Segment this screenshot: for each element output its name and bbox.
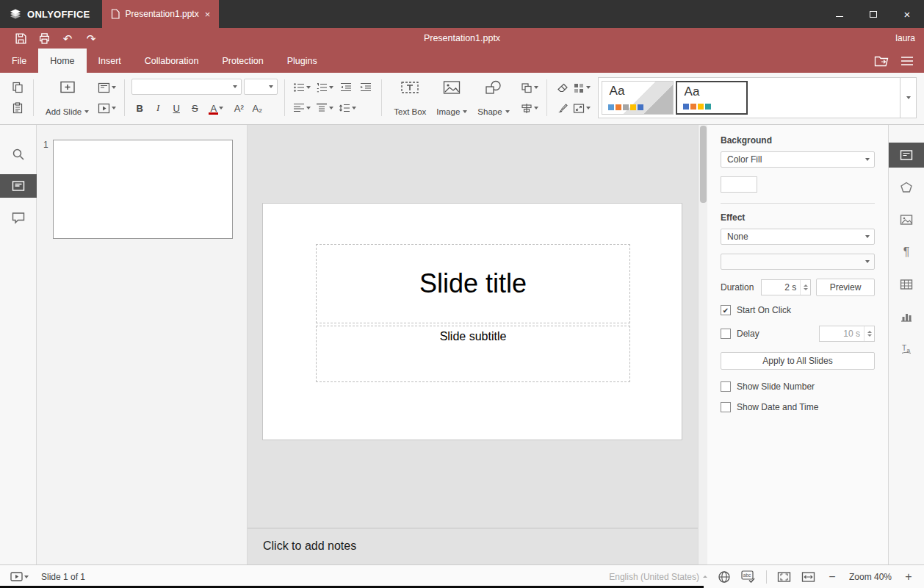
chevron-down-icon — [112, 107, 116, 110]
tab-protection[interactable]: Protection — [210, 49, 275, 73]
scrollbar-thumb[interactable] — [700, 126, 707, 203]
superscript-button[interactable]: A² — [231, 99, 247, 117]
effect-type-select[interactable]: None — [721, 229, 875, 245]
show-date-time-checkbox[interactable] — [721, 402, 731, 412]
delay-checkbox[interactable] — [721, 329, 731, 339]
font-name-combobox[interactable] — [131, 79, 242, 95]
close-button[interactable] — [890, 0, 924, 28]
save-button[interactable] — [9, 29, 32, 47]
align-shape-button[interactable] — [519, 99, 540, 117]
tab-insert[interactable]: Insert — [87, 49, 133, 73]
show-slide-number-checkbox[interactable] — [721, 381, 731, 392]
maximize-button[interactable] — [856, 0, 890, 28]
table-settings-button[interactable] — [889, 272, 924, 297]
zoom-level[interactable]: Zoom 40% — [849, 572, 892, 582]
tab-file[interactable]: File — [0, 49, 38, 73]
text-art-settings-button[interactable]: Ta — [889, 337, 924, 362]
start-slideshow-statusbar-button[interactable] — [9, 568, 30, 586]
bullets-button[interactable] — [292, 79, 312, 96]
slide-settings-button[interactable] — [889, 143, 924, 168]
strikeout-button[interactable]: S — [187, 99, 203, 117]
horizontal-align-button[interactable] — [292, 99, 312, 117]
tab-plugins[interactable]: Plugins — [275, 49, 329, 73]
color-scheme-button[interactable] — [571, 79, 592, 96]
minimize-button[interactable] — [823, 0, 856, 28]
tab-home[interactable]: Home — [38, 49, 86, 73]
theme-gallery-expand-button[interactable] — [900, 77, 917, 118]
notes-divider[interactable] — [248, 528, 698, 528]
title-placeholder[interactable]: Slide title — [316, 244, 630, 323]
background-color-swatch[interactable] — [721, 176, 757, 193]
fit-width-button[interactable] — [801, 571, 815, 583]
open-file-location-button[interactable] — [874, 55, 889, 67]
theme-option-2-selected[interactable]: Aa — [676, 81, 748, 115]
arrange-shape-button[interactable] — [519, 79, 540, 96]
redo-button[interactable] — [79, 29, 103, 47]
font-size-dropdown[interactable] — [265, 79, 277, 94]
slide-thumbnail-1[interactable] — [53, 140, 233, 239]
tab-collaboration[interactable]: Collaboration — [133, 49, 211, 73]
vertical-align-button[interactable] — [314, 99, 335, 117]
copy-style-button[interactable] — [554, 99, 571, 117]
notes-placeholder[interactable]: Click to add notes — [263, 539, 356, 553]
clear-style-button[interactable] — [554, 79, 571, 96]
chart-settings-button[interactable] — [889, 304, 924, 329]
duration-spinner[interactable]: 2 s — [761, 279, 811, 295]
document-language-button[interactable] — [718, 570, 731, 584]
slide-surface[interactable]: Slide title Slide subtitle — [263, 204, 682, 440]
document-tab[interactable]: Presentation1.pptx — [102, 0, 220, 28]
subscript-button[interactable]: A₂ — [249, 99, 265, 117]
underline-button[interactable]: U — [168, 99, 184, 117]
fit-slide-button[interactable] — [777, 571, 791, 583]
decrease-indent-button[interactable] — [337, 79, 355, 96]
numbering-button[interactable] — [314, 79, 335, 96]
increase-indent-button[interactable] — [357, 79, 375, 96]
bold-button[interactable]: B — [131, 99, 148, 117]
canvas-scrollbar[interactable] — [698, 125, 707, 564]
start-slideshow-button[interactable] — [96, 99, 118, 117]
slide-size-button[interactable] — [571, 99, 592, 117]
shape-button[interactable]: Shape — [472, 77, 514, 118]
language-selector[interactable]: English (United States) — [609, 572, 707, 582]
hamburger-menu-button[interactable] — [900, 56, 914, 66]
italic-button[interactable]: I — [150, 99, 166, 117]
change-layout-button[interactable] — [96, 79, 118, 96]
tab-close-icon[interactable] — [205, 9, 211, 20]
zoom-out-button[interactable] — [826, 570, 839, 584]
font-color-button[interactable]: A — [205, 99, 228, 117]
copy-button[interactable] — [9, 79, 26, 96]
chevron-down-icon — [906, 96, 911, 99]
undo-icon — [63, 33, 73, 44]
spinner-arrows[interactable] — [864, 326, 874, 341]
preview-button[interactable]: Preview — [816, 279, 875, 296]
undo-button[interactable] — [56, 29, 79, 47]
shape-settings-button[interactable] — [889, 175, 924, 200]
paste-button[interactable] — [9, 99, 26, 117]
add-slide-button[interactable]: Add Slide — [40, 77, 94, 118]
text-box-button[interactable]: Text Box — [389, 77, 431, 118]
zoom-in-button[interactable] — [902, 570, 915, 584]
effect-option-select[interactable] — [721, 254, 875, 270]
palette-swatch — [638, 104, 643, 110]
search-panel-button[interactable] — [0, 143, 37, 166]
image-settings-button[interactable] — [889, 207, 924, 232]
image-button[interactable]: Image — [431, 77, 472, 118]
user-name[interactable]: laura — [895, 33, 915, 43]
delay-spinner[interactable]: 10 s — [819, 326, 875, 342]
slide-canvas[interactable]: Slide title Slide subtitle Click to add … — [248, 125, 707, 564]
spellcheck-button[interactable]: abc — [741, 570, 756, 583]
print-button[interactable] — [32, 29, 56, 47]
slides-panel-button[interactable] — [0, 174, 37, 198]
line-spacing-button[interactable] — [337, 99, 358, 117]
theme-option-1[interactable]: Aa — [602, 81, 674, 115]
font-size-combobox[interactable] — [244, 79, 278, 95]
apply-to-all-slides-button[interactable]: Apply to All Slides — [721, 352, 875, 370]
comments-panel-button[interactable] — [0, 206, 37, 229]
app-name: ONLYOFFICE — [27, 9, 90, 20]
spinner-arrows[interactable] — [800, 280, 810, 295]
paragraph-settings-button[interactable]: ¶ — [889, 240, 924, 265]
font-name-dropdown[interactable] — [229, 79, 241, 94]
subtitle-placeholder[interactable]: Slide subtitle — [316, 326, 630, 382]
start-on-click-checkbox[interactable] — [721, 305, 731, 315]
background-fill-select[interactable]: Color Fill — [721, 151, 875, 168]
